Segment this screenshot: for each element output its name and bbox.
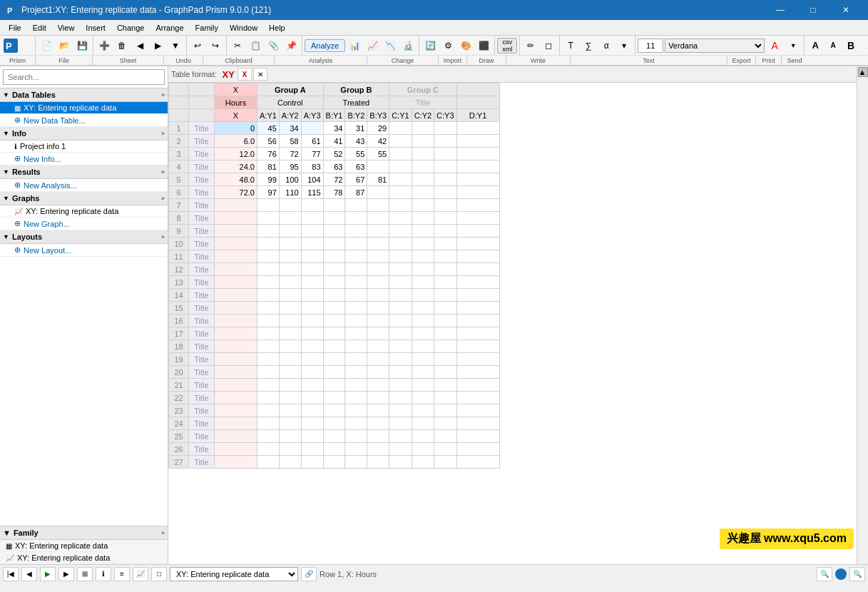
status-btn-info[interactable]: ℹ — [96, 567, 111, 581]
menu-arrange[interactable]: Arrange — [150, 20, 189, 36]
cell-r7-c3[interactable] — [323, 199, 345, 212]
cell-r24-c1[interactable] — [279, 417, 301, 430]
write-btn3[interactable]: α — [598, 38, 615, 53]
cell-r25-c1[interactable] — [279, 430, 301, 443]
cell-r1-c6[interactable] — [389, 122, 412, 135]
cell-r4-c0[interactable]: 81 — [257, 160, 280, 173]
expand-layouts[interactable]: » — [161, 233, 165, 240]
row-title-14[interactable]: Title — [189, 289, 215, 302]
row-title-11[interactable]: Title — [189, 250, 215, 263]
row-x-1[interactable]: 0 — [215, 122, 257, 135]
family-header[interactable]: ▼ Family » — [0, 526, 168, 540]
family-item-2[interactable]: 📈 XY: Entering replicate data — [0, 552, 168, 564]
cell-r4-c1[interactable]: 95 — [279, 160, 301, 173]
cell-r11-c4[interactable] — [345, 250, 367, 263]
row-x-15[interactable] — [215, 302, 257, 315]
cell-r18-c7[interactable] — [412, 340, 434, 353]
cell-r7-c6[interactable] — [389, 199, 412, 212]
link-btn[interactable]: 🔗 — [301, 567, 317, 581]
cell-r23-c2[interactable] — [301, 404, 323, 417]
import-btn[interactable]: csvxml — [497, 38, 517, 53]
cell-r24-c6[interactable] — [389, 417, 412, 430]
nav-new-graph[interactable]: ⊕ New Graph... — [0, 218, 168, 230]
cell-r10-c9[interactable] — [456, 238, 499, 250]
cell-r12-c0[interactable] — [257, 263, 280, 276]
cell-r20-c7[interactable] — [412, 366, 434, 379]
cell-r24-c0[interactable] — [257, 417, 280, 430]
cell-r9-c1[interactable] — [279, 225, 301, 238]
cell-r13-c1[interactable] — [279, 276, 301, 289]
cell-r19-c5[interactable] — [367, 353, 389, 366]
cell-r8-c8[interactable] — [434, 212, 456, 225]
cell-r13-c3[interactable] — [323, 276, 345, 289]
cell-r19-c2[interactable] — [301, 353, 323, 366]
sheet-left-btn[interactable]: ◀ — [131, 38, 148, 53]
cell-r8-c5[interactable] — [367, 212, 389, 225]
cell-r18-c0[interactable] — [257, 340, 280, 353]
cell-r12-c1[interactable] — [279, 263, 301, 276]
sheet-right-btn[interactable]: ▶ — [149, 38, 166, 53]
cell-r12-c4[interactable] — [345, 263, 367, 276]
table-format-close[interactable]: ✕ — [253, 68, 267, 81]
cell-r1-c2[interactable] — [301, 122, 323, 135]
cell-r20-c4[interactable] — [345, 366, 367, 379]
cell-r5-c9[interactable] — [456, 173, 499, 186]
cell-r25-c6[interactable] — [389, 430, 412, 443]
row-x-23[interactable] — [215, 404, 257, 417]
cell-r6-c8[interactable] — [434, 186, 456, 199]
cell-r25-c9[interactable] — [456, 430, 499, 443]
cell-r3-c3[interactable]: 52 — [323, 148, 345, 160]
font-color-btn[interactable]: A — [766, 38, 783, 53]
minimize-btn[interactable]: — — [764, 0, 797, 20]
status-nav-start[interactable]: |◀ — [3, 567, 19, 581]
cell-r4-c8[interactable] — [434, 160, 456, 173]
cell-r8-c6[interactable] — [389, 212, 412, 225]
right-scrollbar[interactable]: ▲ — [857, 66, 868, 564]
write-btn4[interactable]: ▾ — [616, 38, 633, 53]
cell-r5-c3[interactable]: 72 — [323, 173, 345, 186]
cell-r27-c8[interactable] — [434, 456, 456, 469]
cell-r11-c6[interactable] — [389, 250, 412, 263]
nav-item-xy-entering[interactable]: ▦ XY: Entering replicate data — [0, 102, 168, 114]
cell-r26-c7[interactable] — [412, 443, 434, 456]
row-x-17[interactable] — [215, 327, 257, 340]
new-file-btn[interactable]: 📄 — [38, 38, 55, 53]
cell-r27-c3[interactable] — [323, 456, 345, 469]
cell-r5-c6[interactable] — [389, 173, 412, 186]
menu-help[interactable]: Help — [263, 20, 291, 36]
row-x-7[interactable] — [215, 199, 257, 212]
row-x-4[interactable]: 24.0 — [215, 160, 257, 173]
cell-r1-c1[interactable]: 34 — [279, 122, 301, 135]
cell-r2-c2[interactable]: 61 — [301, 135, 323, 148]
cell-r22-c8[interactable] — [434, 392, 456, 404]
expand-info[interactable]: » — [161, 130, 165, 137]
change-btn2[interactable]: ⚙ — [439, 38, 456, 53]
cell-r3-c2[interactable]: 77 — [301, 148, 323, 160]
cell-r10-c0[interactable] — [257, 238, 280, 250]
row-x-8[interactable] — [215, 212, 257, 225]
analysis-icon1[interactable]: 📊 — [346, 38, 363, 53]
cell-r13-c2[interactable] — [301, 276, 323, 289]
cell-r8-c3[interactable] — [323, 212, 345, 225]
cell-r21-c8[interactable] — [434, 379, 456, 392]
th-col-cy1[interactable]: C:Y1 — [389, 109, 412, 122]
cell-r25-c3[interactable] — [323, 430, 345, 443]
cell-r2-c4[interactable]: 43 — [345, 135, 367, 148]
nav-new-data-table[interactable]: ⊕ New Data Table... — [0, 114, 168, 127]
cell-r7-c7[interactable] — [412, 199, 434, 212]
menu-window[interactable]: Window — [224, 20, 263, 36]
change-btn4[interactable]: ⬛ — [475, 38, 492, 53]
cell-r12-c8[interactable] — [434, 263, 456, 276]
cell-r18-c5[interactable] — [367, 340, 389, 353]
cell-r22-c1[interactable] — [279, 392, 301, 404]
row-title-10[interactable]: Title — [189, 238, 215, 250]
cell-r14-c5[interactable] — [367, 289, 389, 302]
cell-r18-c9[interactable] — [456, 340, 499, 353]
cell-r3-c7[interactable] — [412, 148, 434, 160]
cell-r1-c0[interactable]: 45 — [257, 122, 280, 135]
cell-r21-c3[interactable] — [323, 379, 345, 392]
cell-r6-c7[interactable] — [412, 186, 434, 199]
cell-r11-c5[interactable] — [367, 250, 389, 263]
cell-r13-c0[interactable] — [257, 276, 280, 289]
th-col-ay3[interactable]: A:Y3 — [301, 109, 323, 122]
